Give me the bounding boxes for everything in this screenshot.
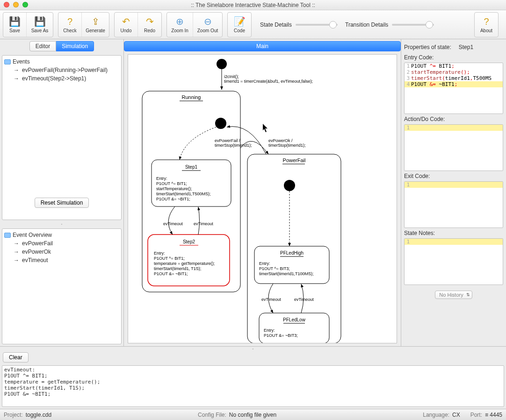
action-code-label: Action/Do Code: <box>404 116 503 122</box>
state-details-slider[interactable] <box>296 24 338 26</box>
svg-text:evTimeout: evTimeout <box>294 297 314 302</box>
console-output[interactable]: evTimeout:P1OUT ^= BIT1;temperature = ge… <box>2 365 504 407</box>
canvas-tab-main[interactable]: Main <box>124 41 401 51</box>
svg-text:temperature = getTemperature(): temperature = getTemperature(); <box>154 261 215 266</box>
tab-simulation[interactable]: Simulation <box>56 41 94 51</box>
window-title: :: The Sinelabore Interactive State-Mach… <box>191 2 315 8</box>
canvas-area: Main i2cInit(); timerId1 = timerCreate(&… <box>124 39 401 346</box>
svg-text:PFLedLow: PFLedLow <box>283 317 306 322</box>
left-sidebar: Editor Simulation Events →evPowerFail(Ru… <box>0 39 124 346</box>
entry-code-box[interactable]: 1P1OUT ^= BIT1; 2startTemperature(); 3ti… <box>404 63 503 114</box>
initial-state-icon <box>215 118 226 129</box>
action-code-box[interactable]: 1 <box>404 124 503 171</box>
reset-simulation-button[interactable]: Reset Simulation <box>35 198 89 208</box>
event-item[interactable]: →evTimeout(Step2->Step1) <box>4 74 119 83</box>
events-header[interactable]: Events <box>4 58 119 65</box>
zoom-in-button[interactable]: ⊕Zoom In <box>167 13 193 37</box>
console-splitter[interactable]: • <box>0 347 506 351</box>
close-icon[interactable] <box>4 2 9 7</box>
history-select[interactable]: No History <box>435 291 472 299</box>
project-name: toggle.cdd <box>26 412 51 418</box>
overview-item[interactable]: →evPowerOk <box>4 248 119 256</box>
undo-button[interactable]: ↶Undo <box>115 13 138 37</box>
properties-panel: Properties of state:Step1 Entry Code: 1P… <box>401 39 506 346</box>
svg-text:P1OUT ^= BIT1;: P1OUT ^= BIT1; <box>154 256 185 261</box>
svg-text:P1OUT ^= BIT1;: P1OUT ^= BIT1; <box>156 181 187 186</box>
save-as-icon: 💾 <box>34 16 46 27</box>
save-button[interactable]: 💾Save <box>3 13 27 37</box>
help-icon: ? <box>67 16 72 27</box>
svg-text:timerStop(timerId1);: timerStop(timerId1); <box>215 143 252 148</box>
tab-editor[interactable]: Editor <box>29 41 56 51</box>
zoom-in-icon: ⊕ <box>176 16 184 27</box>
about-icon: ? <box>484 16 489 27</box>
redo-icon: ↷ <box>146 16 154 27</box>
arrow-icon: → <box>14 257 19 263</box>
language-label: Language: <box>423 412 449 418</box>
svg-text:i2cInit();: i2cInit(); <box>224 74 239 79</box>
config-value: No config file given <box>229 412 276 418</box>
svg-text:PFLedHigh: PFLedHigh <box>280 250 304 256</box>
folder-icon <box>4 59 11 64</box>
svg-text:P1OUT &= ~BIT1;: P1OUT &= ~BIT1; <box>156 197 190 201</box>
language-value: CX <box>452 412 460 418</box>
zoom-out-icon: ⊖ <box>204 16 212 27</box>
exit-code-label: Exit Code: <box>404 173 503 179</box>
check-button[interactable]: ?Check <box>58 13 82 37</box>
config-label: Config File: <box>198 412 226 418</box>
transition-details-slider[interactable] <box>392 24 434 26</box>
svg-text:PowerFail: PowerFail <box>283 157 306 163</box>
svg-text:evPowerFail /: evPowerFail / <box>215 138 240 143</box>
svg-text:Step1: Step1 <box>185 164 198 170</box>
svg-text:evTimeout: evTimeout <box>261 297 281 302</box>
svg-text:P1OUT ^= BIT3;: P1OUT ^= BIT3; <box>259 266 290 271</box>
svg-text:timerId1 = timerCreate(&buf1, : timerId1 = timerCreate(&buf1, evTimeout,… <box>224 79 313 84</box>
transition-details-label: Transition Details <box>345 21 388 28</box>
initial-state-icon <box>217 59 227 69</box>
svg-text:Entry:: Entry: <box>264 328 275 333</box>
svg-text:Step2: Step2 <box>183 239 195 244</box>
console-area: • Clear evTimeout:P1OUT ^= BIT1;temperat… <box>0 346 506 409</box>
svg-text:timerStart(timerId1,T100MS);: timerStart(timerId1,T100MS); <box>259 271 314 276</box>
clear-button[interactable]: Clear <box>3 352 29 363</box>
overview-item[interactable]: →evPowerFail <box>4 239 119 248</box>
port-value: ≡ 4445 <box>485 412 502 418</box>
generate-button[interactable]: ⇪Generate <box>82 13 109 37</box>
zoom-out-button[interactable]: ⊖Zoom Out <box>193 13 222 37</box>
redo-button[interactable]: ↷Redo <box>138 13 161 37</box>
state-notes-box[interactable]: 1 <box>404 238 503 285</box>
svg-text:evTimeout: evTimeout <box>194 221 213 226</box>
properties-header: Properties of state: <box>404 44 451 50</box>
undo-icon: ↶ <box>122 16 130 27</box>
svg-text:Entry:: Entry: <box>156 176 167 181</box>
save-icon: 💾 <box>9 16 21 27</box>
about-button[interactable]: ?About <box>475 13 498 37</box>
overview-header[interactable]: Event Overview <box>4 232 119 238</box>
event-item[interactable]: →evPowerFail(Running->PowerFail) <box>4 66 119 74</box>
titlebar: :: The Sinelabore Interactive State-Mach… <box>0 0 506 10</box>
svg-text:Entry:: Entry: <box>259 261 270 266</box>
initial-state-icon <box>284 180 295 191</box>
overview-item[interactable]: →evTimeout <box>4 256 119 264</box>
svg-text:timerStop(timerId1);: timerStop(timerId1); <box>268 143 306 148</box>
status-bar: Project: toggle.cdd Config File: No conf… <box>0 409 506 420</box>
sidebar-tabs: Editor Simulation <box>0 41 123 51</box>
port-label: Port: <box>470 412 482 418</box>
state-notes-label: State Notes: <box>404 230 503 236</box>
arrow-icon: → <box>14 67 19 73</box>
toolbar: 💾Save 💾Save As ?Check ⇪Generate ↶Undo ↷R… <box>0 10 506 39</box>
state-details-label: State Details <box>260 21 292 28</box>
arrow-icon: → <box>14 240 19 247</box>
splitter[interactable]: • <box>0 222 123 227</box>
svg-text:evTimeout: evTimeout <box>163 221 183 226</box>
save-as-button[interactable]: 💾Save As <box>27 13 53 37</box>
cursor-icon <box>263 124 267 132</box>
state-diagram-canvas[interactable]: i2cInit(); timerId1 = timerCreate(&buf1,… <box>128 54 397 343</box>
exit-code-box[interactable]: 1 <box>404 181 503 228</box>
svg-text:P1OUT &= ~BIT3;: P1OUT &= ~BIT3; <box>264 333 298 338</box>
svg-text:P1OUT &= ~BIT1;: P1OUT &= ~BIT1; <box>154 271 188 276</box>
minimize-icon[interactable] <box>13 2 19 7</box>
entry-code-label: Entry Code: <box>404 54 503 61</box>
zoom-icon[interactable] <box>22 2 28 7</box>
code-button[interactable]: 📝Code <box>228 13 251 37</box>
